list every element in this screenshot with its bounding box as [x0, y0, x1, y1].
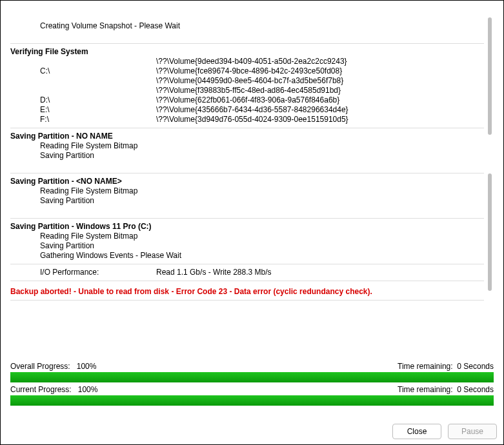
divider [10, 281, 484, 281]
volume-drive: F:\ [40, 115, 156, 124]
button-bar: Close Pause [392, 424, 497, 439]
close-button[interactable]: Close [392, 424, 441, 439]
volume-drive: C:\ [40, 66, 156, 76]
volume-row: \??\Volume{044959d0-8ee5-4604-bc7f-a3d5b… [10, 76, 484, 86]
overall-time-value: 0 Seconds [457, 362, 494, 371]
current-progress-line: Current Progress: 100% Time remaining: 0… [10, 385, 494, 394]
divider [10, 128, 484, 128]
log-area: Creating Volume Snapshot - Please Wait V… [10, 12, 484, 344]
io-performance-value: Read 1.1 Gb/s - Write 288.3 Mb/s [156, 268, 484, 277]
current-time-value: 0 Seconds [457, 385, 494, 394]
overall-progress-value: 100% [77, 362, 97, 371]
current-time-label: Time remaining: [398, 385, 453, 394]
current-progress-label: Current Progress: [10, 385, 72, 394]
log-line: Reading File System Bitmap [10, 186, 484, 196]
overall-progress-label: Overall Progress: [10, 362, 70, 371]
volume-path: \??\Volume{3d949d76-055d-4024-9309-0ee15… [156, 115, 484, 124]
log-line: Creating Volume Snapshot - Please Wait [10, 21, 484, 31]
log-line: Saving Partition [10, 196, 484, 206]
volume-path: \??\Volume{044959d0-8ee5-4604-bc7f-a3d5b… [156, 76, 484, 86]
current-progress-bar [10, 395, 494, 406]
volume-path: \??\Volume{622fb061-066f-4f83-906a-9a576… [156, 95, 484, 105]
overall-progress-fill [10, 372, 494, 382]
volume-drive: D:\ [40, 95, 156, 105]
section-heading: Saving Partition - Windows 11 Pro (C:) [10, 222, 484, 232]
scrollbar-thumb[interactable] [488, 173, 492, 291]
log-line: Saving Partition [10, 241, 484, 251]
io-performance-label: I/O Performance: [40, 268, 156, 277]
log-line: Gathering Windows Events - Please Wait [10, 251, 484, 261]
volume-path: \??\Volume{9deed394-b409-4051-a50d-2ea2c… [156, 57, 484, 66]
io-performance-row: I/O Performance: Read 1.1 Gb/s - Write 2… [10, 268, 484, 277]
volume-row: D:\\??\Volume{622fb061-066f-4f83-906a-9a… [10, 95, 484, 105]
current-progress-value: 100% [78, 385, 98, 394]
volume-path: \??\Volume{fce89674-9bce-4896-b42c-2493c… [156, 66, 484, 76]
error-message: Backup aborted! - Unable to read from di… [10, 287, 484, 297]
volume-drive [40, 76, 156, 86]
volume-row: \??\Volume{9deed394-b409-4051-a50d-2ea2c… [10, 57, 484, 66]
section-heading: Saving Partition - NO NAME [10, 132, 484, 141]
volume-row: C:\\??\Volume{fce89674-9bce-4896-b42c-24… [10, 66, 484, 76]
volume-row: E:\\??\Volume{435666b7-6434-4d36-5587-84… [10, 105, 484, 115]
dialog-window: Creating Volume Snapshot - Please Wait V… [0, 0, 504, 445]
volume-drive [40, 86, 156, 95]
content-area: Creating Volume Snapshot - Please Wait V… [6, 6, 498, 415]
section-heading: Verifying File System [10, 47, 484, 57]
divider [10, 218, 484, 219]
volume-row: \??\Volume{f39883b5-ff5c-48ed-ad86-4ec45… [10, 86, 484, 95]
overall-time-label: Time remaining: [398, 362, 453, 371]
divider [10, 300, 484, 301]
volume-drive: E:\ [40, 105, 156, 115]
progress-section: Overall Progress: 100% Time remaining: 0… [10, 359, 494, 412]
pause-button[interactable]: Pause [448, 424, 497, 439]
divider [10, 43, 484, 44]
log-line: Reading File System Bitmap [10, 141, 484, 151]
log-line: Reading File System Bitmap [10, 232, 484, 241]
overall-progress-line: Overall Progress: 100% Time remaining: 0… [10, 362, 494, 371]
current-progress-fill [10, 395, 494, 406]
volume-drive [40, 57, 156, 66]
volume-row: F:\\??\Volume{3d949d76-055d-4024-9309-0e… [10, 115, 484, 124]
divider [10, 173, 484, 173]
log-line: Saving Partition [10, 151, 484, 161]
overall-progress-bar [10, 372, 494, 382]
scrollbar-thumb[interactable] [488, 17, 492, 135]
volume-path: \??\Volume{f39883b5-ff5c-48ed-ad86-4ec45… [156, 86, 484, 95]
volume-path: \??\Volume{435666b7-6434-4d36-5587-84829… [156, 105, 484, 115]
section-heading: Saving Partition - <NO NAME> [10, 177, 484, 186]
divider [10, 264, 484, 264]
